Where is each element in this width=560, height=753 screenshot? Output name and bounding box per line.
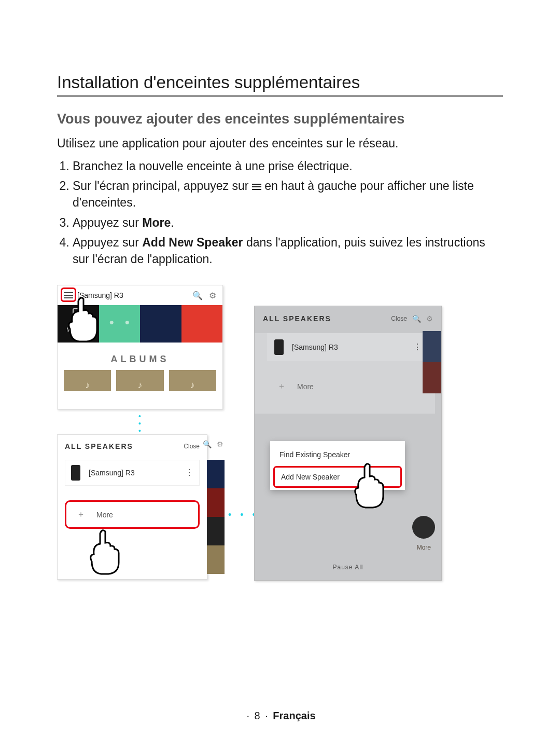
shot3-panel: [Samsung] R3 ⋮ ＋ More [255,333,435,414]
plus-icon: ＋ [77,509,85,520]
page-title: Installation d'enceintes supplémentaires [57,73,503,97]
gear-icon[interactable]: ⚙ [217,440,223,448]
screenshot-add-speaker: ALL SPEAKERS Close 🔍⚙ [Samsung] R3 ⋮ ＋ M… [254,306,442,581]
tile-myphone[interactable]: My Phone [58,305,99,343]
menu-icon [252,182,261,191]
step-3-bold: More [142,216,171,229]
more-label: More [297,382,314,391]
tile-navy[interactable] [140,305,181,343]
screenshot-albums: [Samsung] R3 🔍 ⚙ My Phone ALBUMS ♪ ♪ ♪ [57,285,223,409]
page-footer: · 8 · Français [0,710,560,722]
find-existing-speaker[interactable]: Find Existing Speaker [270,443,405,466]
add-new-speaker[interactable]: Add New Speaker [273,466,402,488]
steps-list: Branchez la nouvelle enceinte à une pris… [57,158,503,267]
tile-green[interactable] [99,305,141,343]
speaker-row[interactable]: [Samsung] R3 ⋮ [267,333,429,361]
shot2-header: ALL SPEAKERS Close [58,435,207,458]
tile-red[interactable] [181,305,223,343]
speaker-icon [274,339,284,355]
search-icon[interactable]: 🔍 [203,440,212,448]
step-2: Sur l'écran principal, appuyez sur en ha… [73,177,503,211]
intro-text: Utilisez une application pour ajouter de… [57,135,503,152]
more-text: More [417,544,431,551]
page-language: Français [273,710,315,721]
search-icon[interactable]: 🔍 [412,314,421,323]
speaker-row[interactable]: [Samsung] R3 ⋮ [65,460,200,486]
page-subtitle: Vous pouvez ajouter des enceintes supplé… [57,111,503,127]
album-thumb[interactable]: ♪ [64,370,111,391]
screenshots-area: [Samsung] R3 🔍 ⚙ My Phone ALBUMS ♪ ♪ ♪ [57,285,503,607]
pause-all-label[interactable]: Pause All [332,564,363,571]
shot3-header: ALL SPEAKERS Close 🔍⚙ [255,306,441,331]
gear-icon[interactable]: ⚙ [426,314,433,323]
shot1-topbar: [Samsung] R3 🔍 ⚙ [58,285,222,305]
step-4-bold: Add New Speaker [142,236,243,249]
album-thumb[interactable]: ♪ [116,370,163,391]
pointer-hand-icon [89,528,125,575]
plus-icon: ＋ [277,381,286,392]
shot2-title: ALL SPEAKERS [65,442,133,450]
more-button[interactable]: ＋ More [65,500,200,529]
page-number: 8 [255,710,260,721]
dark-circle-button[interactable] [412,516,435,539]
speaker-icon [71,465,80,481]
album-thumb[interactable]: ♪ [169,370,216,391]
step-4-a: Appuyez sur [73,236,142,249]
shot1-tiles: My Phone [58,305,222,343]
more-button[interactable]: ＋ More [267,374,429,399]
search-icon[interactable]: 🔍 [192,291,203,300]
speaker-name: [Samsung] R3 [89,469,135,477]
step-4: Appuyez sur Add New Speaker dans l'appli… [73,234,503,267]
highlight-menu-icon [61,287,76,302]
step-1: Branchez la nouvelle enceinte à une pris… [73,158,503,174]
shot3-side-tiles [423,331,441,393]
shot3-title: ALL SPEAKERS [263,314,331,323]
close-button[interactable]: Close [391,315,407,322]
albums-label: ALBUMS [58,343,222,370]
tile-myphone-label: My Phone [58,327,99,333]
popup-menu: Find Existing Speaker Add New Speaker [270,441,405,490]
step-2-a: Sur l'écran principal, appuyez sur [73,179,252,193]
step-3-c: . [171,216,174,229]
phone-icon [73,308,84,326]
more-label: More [96,511,113,519]
album-thumbs: ♪ ♪ ♪ [58,370,222,391]
shot2-side-tiles [207,460,225,574]
more-options-icon[interactable]: ⋮ [185,472,193,474]
close-button[interactable]: Close [184,443,200,450]
step-3: Appuyez sur More. [73,214,503,231]
speaker-name: [Samsung] R3 [292,343,338,351]
shot1-device: [Samsung] R3 [77,291,123,299]
step-3-a: Appuyez sur [73,216,142,229]
screenshot-allspeakers: 🔍 ⚙ ALL SPEAKERS Close [Samsung] R3 ⋮ ＋ … [57,434,207,580]
gear-icon[interactable]: ⚙ [209,291,216,300]
more-options-icon[interactable]: ⋮ [413,346,422,349]
